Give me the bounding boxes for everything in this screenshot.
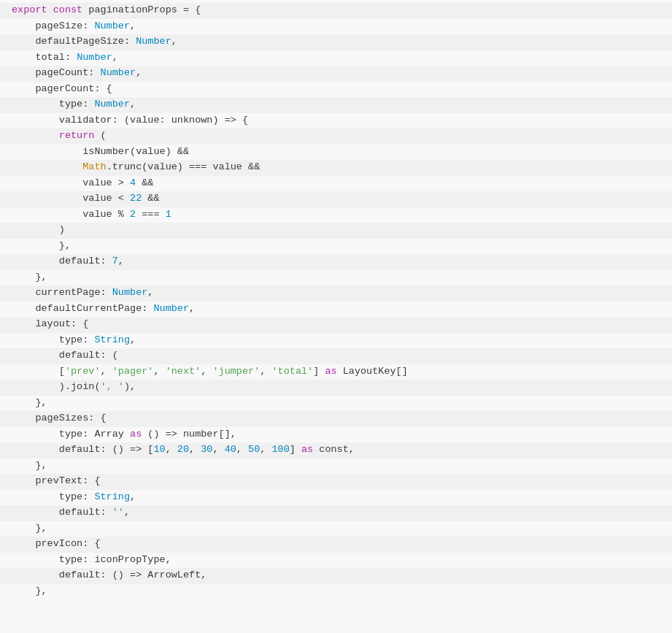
code-line: Math.trunc(value) === value && (0, 160, 672, 176)
code-line: prevIcon: { (0, 537, 672, 553)
code-line: defaultPageSize: Number, (0, 34, 672, 50)
code-line: default: () => ArrowLeft, (0, 568, 672, 584)
code-line: }, (0, 239, 672, 255)
code-line: pageSize: Number, (0, 19, 672, 35)
code-line: layout: { (0, 317, 672, 333)
code-line: type: iconPropType, (0, 553, 672, 569)
code-line: export const paginationProps = { (0, 3, 672, 19)
code-line: isNumber(value) && (0, 145, 672, 161)
code-line: ['prev', 'pager', 'next', 'jumper', 'tot… (0, 364, 672, 380)
code-line: }, (0, 584, 672, 600)
code-line: value % 2 === 1 (0, 207, 672, 223)
code-line: type: String, (0, 490, 672, 506)
code-line: default: 7, (0, 254, 672, 270)
code-line: currentPage: Number, (0, 285, 672, 302)
code-line: type: Array as () => number[], (0, 427, 672, 443)
code-line: type: String, (0, 333, 672, 349)
code-line: }, (0, 521, 672, 537)
code-line: defaultCurrentPage: Number, (0, 302, 672, 318)
code-line: default: '', (0, 505, 672, 521)
code-line: }, (0, 459, 672, 475)
code-line: return ( (0, 128, 672, 145)
code-line: pageSizes: { (0, 411, 672, 427)
code-line: ) (0, 223, 672, 239)
code-line: value < 22 && (0, 191, 672, 207)
code-line: total: Number, (0, 50, 672, 66)
code-line: ).join(', '), (0, 380, 672, 396)
code-line: default: () => [10, 20, 30, 40, 50, 100]… (0, 442, 672, 459)
code-line: pagerCount: { (0, 82, 672, 98)
code-container: export const paginationProps = { pageSiz… (0, 0, 672, 633)
code-line: type: Number, (0, 97, 672, 113)
code-line: }, (0, 396, 672, 412)
code-line: prevText: { (0, 474, 672, 490)
code-line: value > 4 && (0, 176, 672, 192)
code-line: default: ( (0, 348, 672, 364)
code-line: }, (0, 270, 672, 286)
code-line: pageCount: Number, (0, 66, 672, 82)
code-block: export const paginationProps = { pageSiz… (0, 0, 672, 602)
code-line: validator: (value: unknown) => { (0, 113, 672, 129)
